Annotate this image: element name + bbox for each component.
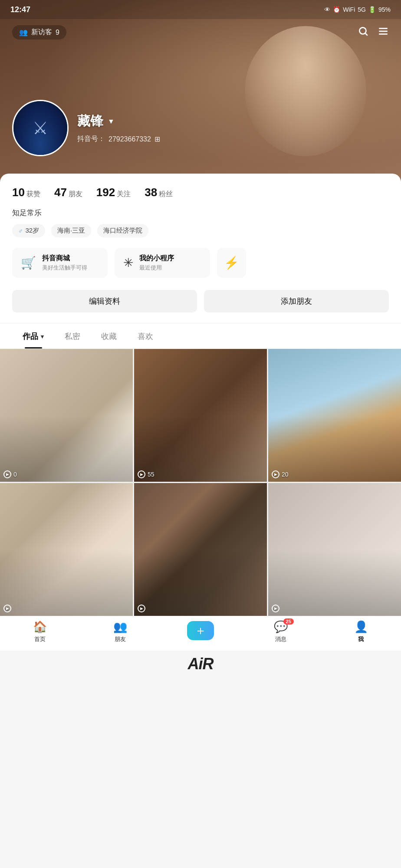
video-thumb-3[interactable]: ▶ 20 bbox=[268, 349, 401, 482]
stat-friends-num: 47 bbox=[54, 186, 67, 199]
play-icon-5: ▶ bbox=[138, 605, 145, 612]
plus-icon: ＋ bbox=[194, 622, 207, 639]
video-thumb-1[interactable]: ▶ 0 bbox=[0, 349, 133, 482]
video-3-views: 20 bbox=[282, 471, 289, 478]
stat-likes-label: 获赞 bbox=[26, 190, 40, 199]
tab-works[interactable]: 作品 ▾ bbox=[12, 323, 54, 349]
tab-private[interactable]: 私密 bbox=[54, 323, 91, 349]
nav-friends[interactable]: 👥 朋友 bbox=[80, 620, 161, 643]
svg-point-0 bbox=[359, 27, 366, 34]
video-5-overlay: ▶ bbox=[138, 605, 148, 612]
username-row: 藏锋 ▼ bbox=[77, 112, 160, 130]
hero-nav-icons bbox=[358, 26, 389, 39]
cover-baby-decoration bbox=[245, 26, 366, 156]
battery-icon: 🔋 bbox=[368, 6, 376, 13]
bio-text: 知足常乐 bbox=[12, 208, 389, 218]
video-grid: ▶ 0 ▶ 55 ▶ 20 ▶ ▶ bbox=[0, 349, 401, 616]
tab-likes[interactable]: 喜欢 bbox=[127, 323, 164, 349]
tab-favorites-label: 收藏 bbox=[101, 331, 117, 342]
wifi-icon: WiFi bbox=[343, 6, 355, 13]
menu-icon[interactable] bbox=[378, 26, 389, 39]
search-icon[interactable] bbox=[358, 26, 369, 39]
svg-line-1 bbox=[365, 33, 368, 36]
stat-following-label: 关注 bbox=[117, 190, 131, 199]
mini-program-icon: ✳ bbox=[123, 256, 133, 270]
nav-create[interactable]: ＋ bbox=[161, 624, 241, 640]
nav-profile-label: 我 bbox=[358, 635, 364, 643]
message-badge: 25 bbox=[283, 618, 294, 625]
tabs-row: 作品 ▾ 私密 收藏 喜欢 bbox=[0, 323, 401, 349]
nav-home-label: 首页 bbox=[34, 635, 46, 643]
avatar[interactable] bbox=[12, 100, 69, 156]
qr-icon[interactable]: ⊞ bbox=[154, 135, 160, 143]
nav-home[interactable]: 🏠 首页 bbox=[0, 620, 80, 643]
stat-fans[interactable]: 38 粉丝 bbox=[145, 186, 173, 199]
stat-likes[interactable]: 10 获赞 bbox=[12, 186, 40, 199]
tab-private-label: 私密 bbox=[65, 331, 80, 342]
profile-identity: 藏锋 ▼ 抖音号： 27923667332 ⊞ bbox=[12, 100, 160, 156]
status-bar: 12:47 👁 ⏰ WiFi 5G 🔋 95% bbox=[0, 0, 401, 19]
tag-location-value: 海南·三亚 bbox=[57, 227, 85, 235]
stat-friends[interactable]: 47 朋友 bbox=[54, 186, 82, 199]
service-douyin-mall[interactable]: 🛒 抖音商城 美好生活触手可得 bbox=[12, 248, 108, 278]
service-flash[interactable]: ⚡ bbox=[217, 248, 246, 278]
tag-age-value: 32岁 bbox=[26, 227, 39, 235]
username-dropdown-icon[interactable]: ▼ bbox=[108, 118, 115, 125]
video-1-overlay: ▶ 0 bbox=[3, 470, 17, 478]
tag-school: 海口经济学院 bbox=[97, 224, 148, 237]
douyin-id-value: 27923667332 bbox=[108, 135, 151, 143]
cart-icon: 🛒 bbox=[21, 256, 36, 270]
service-mini-text: 我的小程序 最近使用 bbox=[139, 254, 174, 272]
play-icon-3: ▶ bbox=[272, 470, 279, 478]
home-icon: 🏠 bbox=[33, 620, 47, 634]
video-thumb-4[interactable]: ▶ bbox=[0, 483, 133, 616]
stat-following[interactable]: 192 关注 bbox=[96, 186, 131, 199]
visitor-badge[interactable]: 👥 新访客 9 bbox=[12, 25, 66, 39]
douyin-id-row: 抖音号： 27923667332 ⊞ bbox=[77, 135, 160, 144]
edit-profile-label: 编辑资料 bbox=[89, 296, 120, 306]
add-friend-button[interactable]: 添加朋友 bbox=[204, 290, 389, 312]
service-mini-program[interactable]: ✳ 我的小程序 最近使用 bbox=[115, 248, 210, 278]
tab-favorites[interactable]: 收藏 bbox=[91, 323, 127, 349]
tab-works-arrow: ▾ bbox=[41, 333, 44, 340]
status-time: 12:47 bbox=[10, 5, 30, 14]
video-thumb-2[interactable]: ▶ 55 bbox=[134, 349, 267, 482]
tag-location: 海南·三亚 bbox=[51, 224, 91, 237]
name-area: 藏锋 ▼ 抖音号： 27923667332 ⊞ bbox=[77, 112, 160, 144]
battery-percent: 95% bbox=[378, 6, 391, 13]
visitor-label: 新访客 bbox=[31, 28, 52, 37]
play-icon-4: ▶ bbox=[3, 605, 11, 612]
service-mall-title: 抖音商城 bbox=[42, 254, 87, 263]
nav-messages[interactable]: 💬 25 消息 bbox=[240, 620, 321, 643]
tags-row: ♂ 32岁 海南·三亚 海口经济学院 bbox=[12, 224, 389, 237]
video-thumb-6[interactable]: ▶ bbox=[268, 483, 401, 616]
tabs-section: 作品 ▾ 私密 收藏 喜欢 ▶ 0 ▶ 55 ▶ bbox=[0, 323, 401, 616]
tab-works-label: 作品 bbox=[23, 331, 38, 342]
visitor-count: 9 bbox=[56, 29, 59, 36]
avatar-image bbox=[13, 101, 67, 155]
tag-age: ♂ 32岁 bbox=[12, 224, 45, 237]
create-button[interactable]: ＋ bbox=[187, 621, 214, 640]
nav-friends-label: 朋友 bbox=[115, 635, 126, 643]
service-mall-text: 抖音商城 美好生活触手可得 bbox=[42, 254, 87, 272]
edit-profile-button[interactable]: 编辑资料 bbox=[12, 290, 197, 312]
play-icon-6: ▶ bbox=[272, 605, 279, 612]
nav-profile[interactable]: 👤 我 bbox=[321, 620, 401, 643]
eye-icon: 👁 bbox=[324, 6, 330, 13]
visitor-icon: 👥 bbox=[19, 28, 28, 36]
stat-friends-label: 朋友 bbox=[69, 190, 82, 199]
action-buttons: 编辑资料 添加朋友 bbox=[12, 290, 389, 323]
friends-icon: 👥 bbox=[113, 620, 127, 634]
video-thumb-5[interactable]: ▶ bbox=[134, 483, 267, 616]
brand-text: AiR bbox=[188, 655, 214, 673]
alarm-icon: ⏰ bbox=[333, 6, 340, 13]
profile-card: 10 获赞 47 朋友 192 关注 38 粉丝 知足常乐 ♂ 32岁 海南·三… bbox=[0, 174, 401, 323]
hero-nav: 👥 新访客 9 bbox=[0, 19, 401, 46]
video-1-views: 0 bbox=[13, 471, 17, 478]
tag-school-value: 海口经济学院 bbox=[103, 227, 142, 235]
video-6-overlay: ▶ bbox=[272, 605, 282, 612]
stat-following-num: 192 bbox=[96, 186, 115, 199]
play-icon-2: ▶ bbox=[138, 470, 145, 478]
bottom-nav: 🏠 首页 👥 朋友 ＋ 💬 25 消息 👤 我 bbox=[0, 616, 401, 651]
brand-area: AiR bbox=[0, 651, 401, 677]
